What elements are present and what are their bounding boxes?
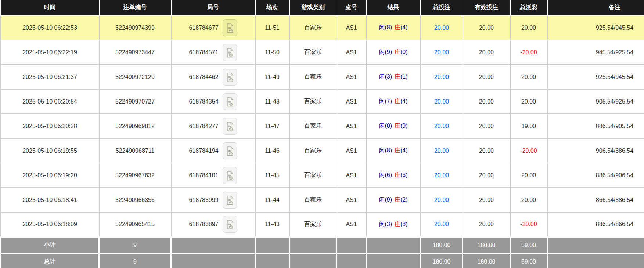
- bet-records-table: 时间注单编号局号场次游戏类别桌号结果总投注有效投注总派彩备注 2025-05-1…: [0, 0, 644, 268]
- result-banker-label: 庄: [395, 49, 400, 55]
- table-row[interactable]: 2025-05-10 06:22:19 522490973447 6187845…: [1, 40, 644, 65]
- video-replay-button[interactable]: [223, 44, 237, 61]
- summary-empty-cell: [289, 253, 337, 268]
- result-banker-label: 庄: [395, 172, 400, 178]
- table-no-cell: AS1: [337, 65, 366, 89]
- column-header-result: 结果: [366, 0, 421, 15]
- column-header-time: 时间: [1, 0, 99, 15]
- table-no-cell: AS1: [337, 89, 366, 114]
- column-header-session: 场次: [255, 0, 289, 15]
- payout-cell: 20.00: [510, 163, 547, 188]
- table-row[interactable]: 2025-05-10 06:20:54 522490970727 6187843…: [1, 89, 644, 114]
- payout-cell: 19.00: [510, 114, 547, 138]
- result-player-label: 闲: [379, 196, 385, 203]
- video-replay-button[interactable]: [223, 192, 237, 209]
- result-banker-label: 庄: [395, 196, 400, 203]
- bet-id-cell: 522490969812: [99, 114, 171, 138]
- result-player-label: 闲: [379, 73, 385, 80]
- result-player-score: (3): [385, 221, 392, 227]
- result-cell: 闲(6)庄(3): [366, 163, 421, 188]
- column-header-game-id: 局号: [171, 0, 255, 15]
- total-bet-link[interactable]: 20.00: [434, 221, 449, 227]
- total-bet-link[interactable]: 20.00: [434, 123, 449, 129]
- payout-cell: 20.00: [510, 89, 547, 114]
- time-cell: 2025-05-10 06:19:20: [1, 163, 99, 188]
- game-id-value: 618783999: [189, 197, 218, 203]
- table-no-cell: AS1: [337, 163, 366, 188]
- table-header: 时间注单编号局号场次游戏类别桌号结果总投注有效投注总派彩备注: [1, 0, 644, 15]
- session-cell: 11-46: [255, 138, 289, 163]
- table-row[interactable]: 2025-05-10 06:20:28 522490969812 6187842…: [1, 114, 644, 138]
- total-bet-link[interactable]: 20.00: [434, 98, 449, 105]
- bet-records-viewport: 时间注单编号局号场次游戏类别桌号结果总投注有效投注总派彩备注 2025-05-1…: [0, 0, 644, 268]
- video-replay-button[interactable]: [223, 167, 237, 184]
- remark-cell: 886.54/905.54: [547, 114, 644, 138]
- broken-video-icon: [225, 195, 235, 206]
- valid-bet-cell: 20.00: [463, 212, 510, 237]
- total-bet-cell: 20.00: [421, 89, 463, 114]
- result-cell: 闲(9)庄(2): [366, 188, 421, 212]
- summary-empty-cell: [255, 237, 289, 253]
- game-id-cell: 618784462: [171, 65, 255, 89]
- video-replay-button[interactable]: [223, 69, 237, 86]
- summary-payout: 59.00: [510, 237, 547, 253]
- video-replay-button[interactable]: [223, 118, 237, 135]
- valid-bet-cell: 20.00: [463, 138, 510, 163]
- video-replay-button[interactable]: [223, 19, 237, 36]
- result-player-score: (0): [385, 123, 392, 129]
- table-no-cell: AS1: [337, 138, 366, 163]
- valid-bet-cell: 20.00: [463, 65, 510, 89]
- result-banker-label: 庄: [395, 24, 400, 30]
- summary-label: 总计: [1, 253, 99, 268]
- game-type-cell: 百家乐: [289, 40, 337, 65]
- summary-empty-cell: [171, 237, 255, 253]
- result-player-score: (6): [385, 172, 392, 178]
- total-bet-cell: 20.00: [421, 15, 463, 40]
- remark-cell: 886.54/866.54: [547, 212, 644, 237]
- subtotal-row: 小计 9 180.00 180.00 59.00: [1, 237, 644, 253]
- video-replay-button[interactable]: [223, 93, 237, 110]
- broken-video-icon: [225, 23, 235, 34]
- table-row[interactable]: 2025-05-10 06:22:53 522490974399 6187846…: [1, 15, 644, 40]
- total-bet-link[interactable]: 20.00: [434, 25, 449, 31]
- total-bet-cell: 20.00: [421, 40, 463, 65]
- summary-label: 小计: [1, 237, 99, 253]
- table-row[interactable]: 2025-05-10 06:21:37 522490972129 6187844…: [1, 65, 644, 89]
- remark-cell: 925.54/945.54: [547, 15, 644, 40]
- valid-bet-cell: 20.00: [463, 163, 510, 188]
- game-type-cell: 百家乐: [289, 114, 337, 138]
- table-row[interactable]: 2025-05-10 06:18:09 522490965415 6187838…: [1, 212, 644, 237]
- column-header-table-no: 桌号: [337, 0, 366, 15]
- result-player-label: 闲: [379, 172, 385, 178]
- total-bet-link[interactable]: 20.00: [434, 49, 449, 55]
- video-replay-button[interactable]: [223, 216, 237, 233]
- summary-empty-cell: [337, 253, 366, 268]
- video-replay-button[interactable]: [223, 142, 237, 159]
- result-banker-score: (1): [400, 73, 408, 80]
- total-bet-link[interactable]: 20.00: [434, 74, 449, 80]
- game-id-value: 618784571: [189, 49, 218, 56]
- game-type-cell: 百家乐: [289, 212, 337, 237]
- broken-video-icon: [225, 47, 235, 58]
- table-no-cell: AS1: [337, 188, 366, 212]
- table-row[interactable]: 2025-05-10 06:19:20 522490967632 6187841…: [1, 163, 644, 188]
- table-row[interactable]: 2025-05-10 06:19:55 522490968711 6187841…: [1, 138, 644, 163]
- broken-video-icon: [225, 97, 235, 108]
- table-row[interactable]: 2025-05-10 06:18:41 522490966356 6187839…: [1, 188, 644, 212]
- total-bet-link[interactable]: 20.00: [434, 197, 449, 203]
- result-banker-label: 庄: [395, 147, 400, 153]
- summary-count: 9: [99, 253, 171, 268]
- session-cell: 11-49: [255, 65, 289, 89]
- summary-valid-bet: 180.00: [463, 253, 510, 268]
- total-bet-link[interactable]: 20.00: [434, 148, 449, 154]
- summary-total-bet: 180.00: [421, 237, 463, 253]
- bet-id-cell: 522490974399: [99, 15, 171, 40]
- column-header-game-type: 游戏类别: [289, 0, 337, 15]
- total-bet-cell: 20.00: [421, 138, 463, 163]
- result-banker-score: (8): [400, 221, 408, 227]
- valid-bet-cell: 20.00: [463, 114, 510, 138]
- valid-bet-cell: 20.00: [463, 89, 510, 114]
- time-cell: 2025-05-10 06:21:37: [1, 65, 99, 89]
- total-bet-link[interactable]: 20.00: [434, 172, 449, 178]
- game-id-cell: 618783999: [171, 188, 255, 212]
